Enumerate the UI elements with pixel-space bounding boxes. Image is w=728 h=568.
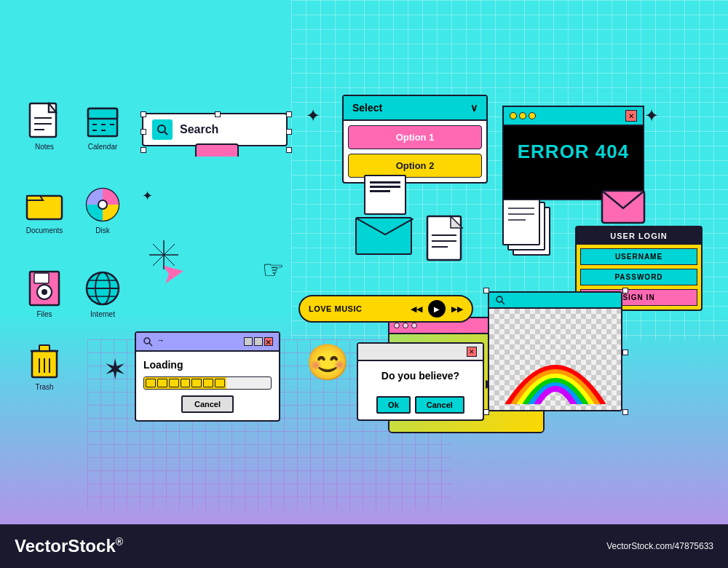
dialog-question: Do you believe?: [381, 370, 459, 382]
maximize-btn[interactable]: [254, 337, 263, 346]
error-close[interactable]: ✕: [625, 110, 637, 122]
minimize-btn[interactable]: [244, 337, 253, 346]
music-label: LOVE MUSIC: [309, 304, 405, 313]
svg-rect-27: [39, 345, 50, 351]
loading-nav-arrow[interactable]: →: [157, 336, 165, 347]
icon-documents[interactable]: Documents: [25, 186, 63, 234]
image-window: [488, 291, 622, 411]
handle-tl: [141, 111, 146, 117]
seg-2: [157, 379, 167, 387]
progress-bar: [143, 376, 272, 390]
calendar-label: Calendar: [88, 143, 118, 151]
ok-button[interactable]: Ok: [376, 396, 411, 414]
search-text[interactable]: Search: [180, 123, 218, 136]
documents-icon: [25, 189, 63, 221]
svg-point-15: [98, 200, 107, 209]
img-handle-bl: [483, 409, 489, 415]
internet-label: Internet: [90, 310, 115, 318]
dialog-cancel-button[interactable]: Cancel: [415, 396, 464, 414]
sparkle-2: ✦: [142, 188, 153, 204]
icon-disk[interactable]: Disk: [84, 186, 122, 234]
search-bar: Search: [142, 113, 288, 146]
sparkle-1: ✦: [306, 106, 320, 126]
icon-calendar[interactable]: Calendar: [84, 102, 122, 151]
handle-br: [286, 147, 292, 153]
error-text: ERROR 404: [504, 126, 643, 178]
svg-rect-6: [88, 109, 117, 119]
doc-icon: [426, 215, 466, 264]
svg-line-52: [502, 301, 505, 304]
option-1[interactable]: Option 1: [348, 125, 482, 149]
loading-win-btns: ✕: [244, 337, 273, 346]
music-player: LOVE MUSIC ◀◀ ▶ ▶▶: [298, 295, 473, 323]
dialog-body: Do you believe?: [358, 361, 483, 390]
letter-paper: [364, 175, 406, 215]
video-dot-2: [403, 323, 408, 328]
files-label: Files: [36, 310, 52, 318]
username-field[interactable]: USERNAME: [580, 248, 697, 265]
notes-label: Notes: [35, 143, 54, 151]
dot-2: [519, 112, 526, 119]
rainbow-svg: [501, 346, 610, 404]
svg-point-49: [144, 338, 150, 344]
music-play-btn[interactable]: ▶: [428, 300, 446, 317]
disk-label: Disk: [95, 226, 109, 234]
vectorstock-logo: VectorStock®: [15, 536, 123, 556]
image-body: [489, 309, 621, 410]
page-stack: [502, 197, 561, 265]
password-field[interactable]: PASSWORD: [580, 269, 697, 285]
svg-line-32: [165, 132, 167, 135]
dialog-window: ✕ Do you believe? Ok Cancel: [357, 342, 484, 421]
img-handle-tl: [483, 288, 489, 293]
image-title-bar: [489, 293, 621, 309]
documents-label: Documents: [26, 226, 63, 234]
icon-notes[interactable]: Notes: [25, 102, 63, 151]
loading-body: Loading Cancel: [136, 352, 279, 420]
icon-files[interactable]: Files: [25, 269, 63, 318]
error-title-bar: ✕: [504, 107, 643, 126]
trash-label: Trash: [35, 383, 53, 391]
svg-point-31: [158, 125, 165, 133]
dot-3: [529, 112, 536, 119]
svg-point-51: [496, 296, 502, 302]
search-icon: [157, 124, 168, 135]
select-label: Select: [352, 102, 382, 114]
envelope-body: [355, 217, 412, 255]
prev-track-btn[interactable]: ◀◀: [411, 304, 422, 314]
close-btn[interactable]: ✕: [264, 337, 273, 346]
emoji-sticker: 😊: [306, 342, 349, 383]
handle-tc: [215, 111, 221, 117]
asterisk-star: ✶: [106, 357, 124, 382]
img-handle-tr: [622, 288, 628, 293]
svg-rect-19: [34, 273, 49, 283]
img-handle-br: [622, 409, 628, 415]
search-icon-box: [152, 119, 173, 140]
watermark-bar: VectorStock® VectorStock.com/47875633: [0, 524, 728, 568]
floating-doc: [426, 215, 466, 267]
notes-icon: [28, 102, 60, 140]
folder-tab: [195, 143, 239, 157]
disk-icon: [84, 186, 121, 223]
video-dot-3: [411, 323, 417, 328]
dialog-close[interactable]: ✕: [467, 347, 477, 357]
handle-mr: [286, 129, 292, 135]
handle-tr: [286, 111, 292, 117]
cancel-button[interactable]: Cancel: [181, 395, 234, 413]
brand-name: VectorStock: [15, 536, 116, 556]
watermark-brand: VectorStock®: [15, 536, 123, 556]
hand-cursor: ☞: [262, 255, 284, 284]
loading-window: → ✕ Loading Cancel: [135, 331, 280, 422]
dialog-title-bar: ✕: [358, 344, 483, 361]
files-icon: [28, 270, 60, 307]
handle-ml: [141, 129, 146, 135]
next-track-btn[interactable]: ▶▶: [451, 304, 463, 314]
calendar-icon: [87, 104, 119, 138]
icon-trash[interactable]: Trash: [25, 342, 63, 391]
icon-internet[interactable]: Internet: [84, 269, 122, 318]
envelope-flap: [357, 218, 414, 240]
loading-text: Loading: [143, 359, 272, 371]
video-dot-1: [394, 323, 400, 328]
seg-1: [146, 379, 156, 387]
seg-3: [169, 379, 179, 387]
handle-bl: [141, 147, 146, 153]
